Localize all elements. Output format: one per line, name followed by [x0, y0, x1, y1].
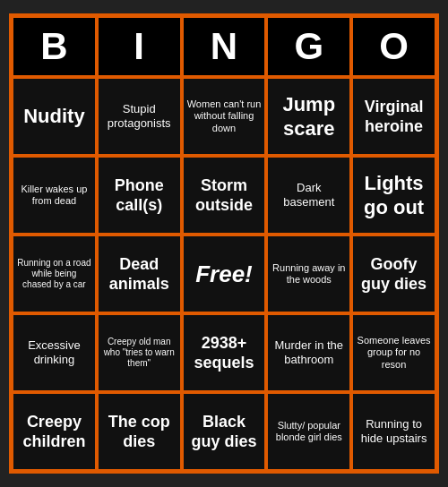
bingo-cell: Excessive drinking [12, 313, 97, 392]
bingo-cell: Running on a road while being chased by … [12, 235, 97, 313]
bingo-cell: Creepy children [12, 392, 97, 471]
header-letter: B [12, 16, 97, 77]
bingo-cell: Slutty/ popular blonde girl dies [266, 392, 351, 471]
bingo-grid: NudityStupid protagonistsWomen can't run… [12, 77, 436, 471]
bingo-cell: Free! [182, 235, 267, 313]
bingo-cell: Dead animals [97, 235, 182, 313]
bingo-cell: 2938+ sequels [182, 313, 267, 392]
bingo-cell: Goofy guy dies [351, 235, 436, 313]
bingo-cell: Running to hide upstairs [351, 392, 436, 471]
bingo-cell: Lights go out [351, 156, 436, 235]
bingo-cell: Black guy dies [182, 392, 267, 471]
bingo-cell: Nudity [12, 77, 97, 156]
bingo-cell: Murder in the bathroom [266, 313, 351, 392]
bingo-cell: Creepy old man who "tries to warn them" [97, 313, 182, 392]
bingo-header: BINGO [12, 16, 436, 77]
bingo-cell: Someone leaves group for no reson [351, 313, 436, 392]
bingo-cell: Women can't run without falling down [182, 77, 267, 156]
bingo-card: BINGO NudityStupid protagonistsWomen can… [9, 13, 439, 474]
bingo-cell: Phone call(s) [97, 156, 182, 235]
header-letter: I [97, 16, 182, 77]
bingo-cell: Dark basement [266, 156, 351, 235]
bingo-cell: Running away in the woods [266, 235, 351, 313]
header-letter: N [182, 16, 267, 77]
bingo-cell: The cop dies [97, 392, 182, 471]
header-letter: G [266, 16, 351, 77]
header-letter: O [351, 16, 436, 77]
bingo-cell: Virginal heroine [351, 77, 436, 156]
bingo-cell: Storm outside [182, 156, 267, 235]
bingo-cell: Killer wakes up from dead [12, 156, 97, 235]
bingo-cell: Jump scare [266, 77, 351, 156]
bingo-cell: Stupid protagonists [97, 77, 182, 156]
